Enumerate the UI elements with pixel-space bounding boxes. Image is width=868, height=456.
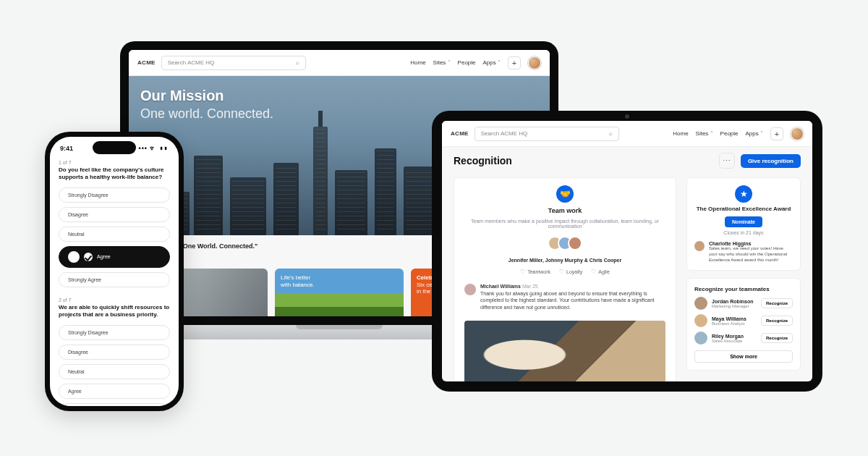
avatar[interactable] bbox=[694, 332, 707, 345]
status-icons: ••• ᯤ ▮▮ bbox=[139, 145, 169, 152]
search-placeholder: Search ACME HQ bbox=[481, 130, 527, 137]
option-disagree[interactable]: Disagree bbox=[59, 207, 170, 222]
more-button[interactable]: ⋯ bbox=[719, 153, 735, 169]
question-text: We are able to quickly shift resources t… bbox=[59, 304, 170, 319]
question-counter: 1 of 7 bbox=[59, 160, 170, 165]
handshake-icon: 🤝 bbox=[556, 185, 574, 203]
user-avatar[interactable] bbox=[791, 127, 804, 140]
nav-sites[interactable]: Sites bbox=[696, 130, 713, 137]
teammate-name[interactable]: Jordan Robinson bbox=[712, 299, 757, 304]
hero-title: Our Mission bbox=[140, 88, 224, 104]
teammate-row: Maya WilliamsBusiness Analyst Recognize bbox=[694, 314, 793, 327]
spotlight-body: Sales team, we need your votes! Have you… bbox=[709, 246, 793, 263]
give-recognition-button[interactable]: Give recognition bbox=[741, 154, 801, 168]
survey-body: 1 of 7 Do you feel like the company's cu… bbox=[50, 160, 179, 406]
option-neutral[interactable]: Neutral bbox=[59, 364, 170, 379]
search-input[interactable]: Search ACME HQ ⌕ bbox=[161, 56, 306, 70]
option-strongly-disagree[interactable]: Strongly Disagree bbox=[59, 187, 170, 203]
question-text: Do you feel like the company's culture s… bbox=[59, 166, 170, 182]
search-placeholder: Search ACME HQ bbox=[168, 59, 214, 66]
tag-teamwork[interactable]: Teamwork bbox=[520, 269, 550, 275]
nav-home[interactable]: Home bbox=[673, 130, 688, 137]
avatar[interactable] bbox=[568, 236, 582, 250]
create-button[interactable]: + bbox=[508, 56, 521, 69]
post-author-avatar[interactable] bbox=[464, 284, 476, 295]
recognize-button[interactable]: Recognize bbox=[761, 298, 793, 308]
card-balance[interactable]: Life's better with balance. bbox=[275, 269, 404, 316]
recognized-names: Jennifer Miller, Johnny Murphy & Chris C… bbox=[464, 258, 665, 263]
sidebar: ★ The Operational Excellence Award Nomin… bbox=[686, 177, 801, 381]
post-date: Mar 25 bbox=[522, 284, 538, 289]
teammates-heading: Recognize your teammates bbox=[694, 286, 793, 292]
status-time: 9:41 bbox=[60, 145, 73, 152]
award-closes: Closes in 21 days bbox=[694, 230, 793, 235]
phone-notch bbox=[93, 141, 136, 154]
teammate-name[interactable]: Riley Morgan bbox=[712, 334, 757, 339]
nav-sites[interactable]: Sites bbox=[433, 59, 451, 66]
post-author[interactable]: Michael Williams bbox=[480, 284, 521, 289]
recognition-tags: Teamwork Loyalty Agile bbox=[464, 269, 665, 275]
teammate-row: Jordan RobinsonMarketing Manager Recogni… bbox=[694, 297, 793, 310]
nav-apps[interactable]: Apps bbox=[746, 130, 763, 137]
phone-screen: 9:41 ••• ᯤ ▮▮ 1 of 7 Do you feel like th… bbox=[50, 137, 179, 406]
recognized-avatars bbox=[464, 236, 665, 250]
recognize-button[interactable]: Recognize bbox=[761, 316, 793, 326]
tablet-device: ACME Search ACME HQ ⌕ Home Sites People … bbox=[432, 111, 822, 392]
brand-logo[interactable]: ACME bbox=[137, 59, 156, 66]
option-strongly-agree[interactable]: Strongly Agree bbox=[59, 403, 170, 406]
award-icon: ★ bbox=[735, 185, 752, 203]
option-agree-selected[interactable]: Agree bbox=[59, 246, 170, 268]
option-strongly-disagree[interactable]: Strongly Disagree bbox=[59, 325, 170, 340]
avatar[interactable] bbox=[694, 297, 707, 310]
recognize-button[interactable]: Recognize bbox=[761, 333, 793, 343]
teammate-row: Riley MorganSales Associate Recognize bbox=[694, 332, 793, 345]
search-input[interactable]: Search ACME HQ ⌕ bbox=[475, 127, 619, 141]
laptop-nav: Home Sites People Apps + bbox=[410, 56, 541, 69]
tablet-screen: ACME Search ACME HQ ⌕ Home Sites People … bbox=[442, 121, 812, 381]
check-icon bbox=[84, 253, 93, 261]
brand-logo[interactable]: ACME bbox=[451, 130, 469, 137]
option-strongly-agree[interactable]: Strongly Agree bbox=[59, 272, 170, 287]
award-title: The Operational Excellence Award bbox=[694, 206, 793, 212]
teammate-name[interactable]: Maya Williams bbox=[712, 316, 757, 321]
option-disagree[interactable]: Disagree bbox=[59, 345, 170, 360]
tag-loyalty[interactable]: Loyalty bbox=[559, 269, 582, 275]
teammate-role: Marketing Manager bbox=[712, 304, 757, 308]
nav-people[interactable]: People bbox=[720, 130, 739, 137]
nav-people[interactable]: People bbox=[458, 59, 476, 66]
search-icon: ⌕ bbox=[296, 59, 299, 66]
card-balance-label: Life's better with balance. bbox=[281, 274, 398, 288]
award-card: ★ The Operational Excellence Award Nomin… bbox=[686, 177, 801, 271]
post-body: Thank you for always going above and bey… bbox=[480, 290, 665, 311]
recognition-card: 🤝 Team work Team members who make a posi… bbox=[454, 177, 676, 381]
page-header: Recognition ⋯ Give recognition bbox=[442, 147, 812, 170]
nominate-button[interactable]: Nominate bbox=[725, 216, 762, 227]
option-agree[interactable]: Agree bbox=[59, 384, 170, 399]
post-image bbox=[464, 321, 665, 381]
create-button[interactable]: + bbox=[770, 127, 783, 140]
option-neutral[interactable]: Neutral bbox=[59, 227, 170, 242]
phone-device: 9:41 ••• ᯤ ▮▮ 1 of 7 Do you feel like th… bbox=[45, 132, 184, 411]
tablet-nav: Home Sites People Apps + bbox=[673, 127, 804, 140]
teammates-card: Recognize your teammates Jordan Robinson… bbox=[686, 278, 801, 371]
tag-agile[interactable]: Agile bbox=[591, 269, 610, 275]
hero-subtitle: One world. Connected. bbox=[140, 106, 273, 122]
search-icon: ⌕ bbox=[609, 130, 613, 137]
spotlight-avatar[interactable] bbox=[694, 241, 705, 251]
user-avatar[interactable] bbox=[528, 56, 541, 69]
page-body: 🤝 Team work Team members who make a posi… bbox=[442, 170, 812, 381]
teammate-role: Sales Associate bbox=[712, 339, 757, 343]
spotlight-name[interactable]: Charlotte Higgins bbox=[709, 241, 793, 246]
laptop-appbar: ACME Search ACME HQ ⌕ Home Sites People … bbox=[129, 50, 550, 76]
tablet-appbar: ACME Search ACME HQ ⌕ Home Sites People … bbox=[442, 121, 812, 147]
teamwork-title: Team work bbox=[464, 207, 665, 214]
recognition-post: Michael Williams Mar 25 Thank you for al… bbox=[464, 284, 665, 311]
page-title: Recognition bbox=[454, 155, 512, 166]
tablet-camera bbox=[625, 114, 629, 119]
show-more-button[interactable]: Show more bbox=[694, 350, 793, 363]
avatar[interactable] bbox=[694, 314, 707, 327]
nav-apps[interactable]: Apps bbox=[483, 59, 501, 66]
teammate-role: Business Analyst bbox=[712, 321, 757, 326]
option-label: Agree bbox=[97, 254, 111, 259]
nav-home[interactable]: Home bbox=[410, 59, 425, 66]
